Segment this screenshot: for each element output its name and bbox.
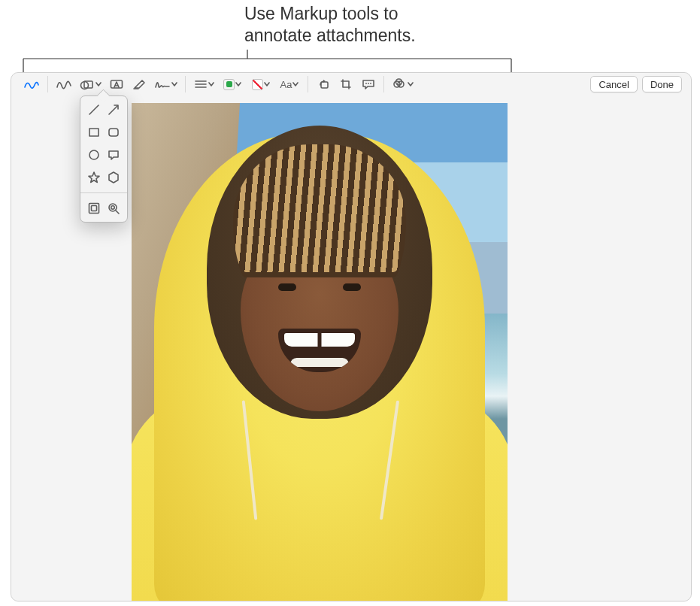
loupe-icon [107,201,120,215]
shapes-icon [80,78,95,90]
svg-rect-19 [89,129,98,136]
svg-line-18 [109,106,117,114]
hexagon-icon [107,171,120,184]
text-box-icon [109,78,124,90]
svg-point-11 [365,83,367,84]
markup-toolbar: Aa [11,73,691,95]
shape-polygon[interactable] [106,170,121,185]
chevron-down-icon [264,78,270,90]
callout-line1: Use Markup tools to [244,4,398,23]
more-tools-button[interactable] [390,76,415,92]
chevron-down-icon [171,78,177,90]
chevron-down-icon [208,78,214,90]
border-color-button[interactable] [220,76,244,92]
line-weight-icon [194,78,208,90]
callout-text: Use Markup tools to annotate attachments… [244,3,530,47]
sign-button[interactable] [153,76,179,92]
shape-style-button[interactable] [192,76,216,92]
mask-icon [87,201,101,215]
shape-mask[interactable] [86,201,102,216]
chevron-down-icon [292,78,298,90]
svg-point-12 [368,83,369,84]
sketch-button[interactable] [22,76,41,92]
adjust-icon [392,78,407,90]
sketch-icon [23,78,40,90]
image-description-button[interactable] [359,76,377,92]
shape-line[interactable] [86,102,102,117]
svg-point-13 [370,83,371,84]
shape-rectangle[interactable] [86,125,102,140]
shape-arrow[interactable] [106,102,121,117]
draw-button[interactable] [54,76,74,92]
speech-bubble-icon [361,78,376,90]
svg-rect-22 [89,204,99,214]
shape-rounded-rectangle[interactable] [106,125,121,140]
shape-speech-bubble[interactable] [106,147,121,162]
callout-line2: annotate attachments. [244,26,416,45]
text-style-icon: Aa [280,80,292,89]
svg-line-26 [116,211,119,214]
text-style-button[interactable]: Aa [277,76,302,92]
shape-loupe[interactable] [106,201,121,216]
oval-icon [87,148,101,162]
line-icon [87,103,101,117]
signature-icon [154,78,171,90]
action-buttons: Cancel Done [590,76,686,92]
rectangle-icon [87,126,101,139]
shapes-button[interactable] [78,76,103,92]
crop-button[interactable] [337,76,355,92]
svg-point-21 [89,150,98,159]
chevron-down-icon [235,78,241,90]
chevron-down-icon [95,78,102,90]
shape-oval[interactable] [86,147,102,162]
star-icon [87,171,101,184]
cancel-button[interactable]: Cancel [590,76,637,92]
fill-color-button[interactable] [249,76,273,92]
done-button[interactable]: Done [642,76,682,92]
chevron-down-icon [408,78,414,90]
rotate-button[interactable] [314,76,332,92]
shapes-popover [80,95,128,223]
border-color-swatch-icon [223,79,235,90]
fill-color-swatch-icon [252,79,263,90]
speech-bubble-shape-icon [107,148,120,162]
crop-icon [339,78,353,90]
svg-rect-10 [321,82,328,88]
highlight-button[interactable] [130,76,148,92]
svg-rect-20 [109,129,118,136]
svg-rect-23 [92,206,97,211]
arrow-icon [107,103,120,117]
svg-point-25 [111,206,114,209]
svg-line-17 [89,105,98,114]
callout-leader-lines [0,3,700,78]
draw-icon [56,78,72,90]
popover-separator [80,192,127,193]
highlighter-icon [132,78,147,90]
text-button[interactable] [108,76,126,92]
rounded-rectangle-icon [107,126,120,139]
shape-star[interactable] [86,170,102,185]
rotate-left-icon [317,78,330,90]
attachment-image [132,103,508,601]
callout: Use Markup tools to annotate attachments… [0,3,700,78]
